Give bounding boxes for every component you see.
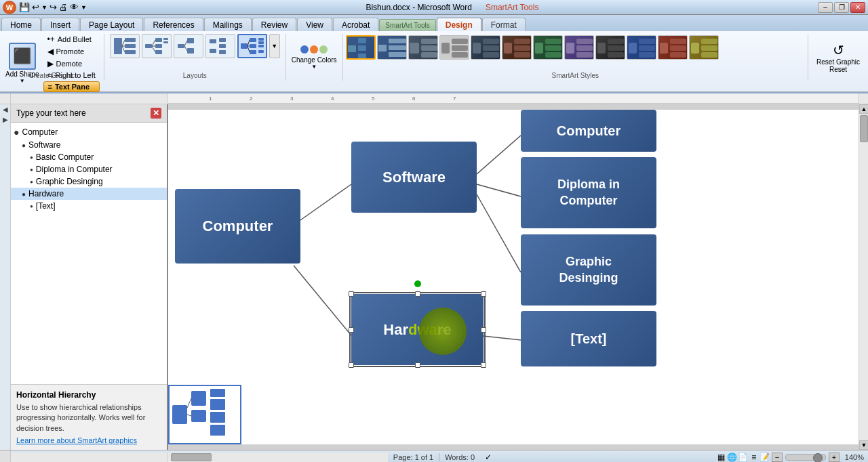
win-controls: – ❐ ✕	[818, 2, 865, 13]
view-web-icon[interactable]: 🌐	[727, 452, 738, 463]
svg-line-19	[184, 41, 187, 46]
svg-rect-32	[258, 45, 264, 47]
close-button[interactable]: ✕	[850, 2, 865, 13]
smartart-style-12[interactable]	[689, 35, 719, 60]
horizontal-scrollbar[interactable]	[11, 453, 168, 462]
smartart-style-6[interactable]	[502, 35, 532, 60]
smartart-style-11[interactable]	[658, 35, 688, 60]
smartart-style-5[interactable]	[471, 35, 500, 60]
vertical-scrollbar[interactable]: ▲ ▼	[859, 104, 868, 450]
smartart-style-10[interactable]	[627, 35, 656, 60]
handle-bm[interactable]	[415, 362, 420, 368]
handle-tm[interactable]	[415, 291, 420, 297]
text-pane-close-button[interactable]: ✕	[151, 108, 161, 119]
tab-home[interactable]: Home	[1, 18, 41, 31]
handle-br[interactable]	[481, 362, 486, 368]
print-preview-icon[interactable]: 👁	[70, 2, 79, 12]
svg-rect-44	[389, 52, 406, 57]
outline-item-software[interactable]: ● Software	[11, 139, 167, 151]
tab-insert[interactable]: Insert	[41, 18, 79, 31]
layout-option-3[interactable]	[174, 34, 203, 58]
diagram-box-computer[interactable]: Computer	[175, 189, 300, 264]
change-colors-button[interactable]: Change Colors ▼	[286, 34, 343, 81]
tab-page-layout[interactable]: Page Layout	[80, 18, 143, 31]
outline-item-basic-computer[interactable]: ● Basic Computer	[11, 151, 167, 163]
vtool-2[interactable]: ▶	[3, 116, 8, 123]
handle-tr[interactable]	[481, 291, 486, 297]
restore-button[interactable]: ❐	[834, 2, 849, 13]
tab-format[interactable]: Format	[482, 18, 526, 31]
window-title: Bishun.docx - Microsoft Word SmartArt To…	[87, 3, 818, 12]
view-normal-icon[interactable]: ▦	[716, 452, 727, 463]
zoom-out-button[interactable]: −	[772, 453, 783, 462]
diagram-box-computer-top[interactable]: Computer	[521, 110, 656, 152]
outline-list: ● Computer ● Software ● Basic Computer ●…	[11, 123, 167, 385]
undo-icon[interactable]: ↩	[32, 2, 39, 12]
print-icon[interactable]: 🖨	[59, 2, 68, 12]
diagram-box-diploma[interactable]: Diploma inComputer	[521, 157, 656, 228]
horizontal-scrollbar-canvas[interactable]	[168, 453, 388, 462]
undo-dropdown[interactable]: ▼	[41, 4, 47, 11]
outline-item-diploma[interactable]: ● Diploma in Computer	[11, 163, 167, 175]
qa-dropdown[interactable]: ▼	[81, 4, 87, 11]
svg-rect-52	[452, 52, 468, 58]
layout-option-4[interactable]	[205, 34, 235, 58]
zoom-level[interactable]: 140%	[841, 453, 868, 461]
tab-review[interactable]: Review	[252, 18, 296, 31]
layout-option-2[interactable]	[142, 34, 172, 58]
layout-option-1[interactable]	[110, 34, 140, 58]
outline-label-computer: Computer	[22, 127, 58, 137]
smartart-style-3[interactable]	[408, 35, 438, 60]
handle-tl[interactable]	[349, 291, 354, 297]
diagram-box-graphic[interactable]: GraphicDesinging	[521, 234, 656, 306]
outline-item-computer[interactable]: ● Computer	[11, 125, 167, 139]
tab-mailings[interactable]: Mailings	[204, 18, 252, 31]
minimize-button[interactable]: –	[818, 2, 833, 13]
smartart-style-8[interactable]	[564, 35, 594, 60]
svg-rect-81	[691, 43, 699, 54]
smartart-style-1[interactable]	[346, 35, 376, 60]
diagram-box-text[interactable]: [Text]	[521, 311, 656, 366]
text-pane-button[interactable]: ≡ Text Pane	[43, 81, 100, 92]
view-outline-icon[interactable]: ≡	[749, 452, 760, 463]
canvas-area[interactable]: Computer Software Hardware	[168, 104, 859, 450]
save-icon[interactable]: 💾	[19, 2, 30, 12]
handle-rotate[interactable]	[414, 280, 421, 287]
tab-acrobat[interactable]: Acrobat	[333, 18, 378, 31]
svg-rect-64	[545, 52, 561, 58]
tab-view[interactable]: View	[297, 18, 332, 31]
smartart-style-7[interactable]	[533, 35, 563, 60]
outline-item-graphic[interactable]: ● Graphic Desinging	[11, 175, 167, 188]
svg-rect-79	[670, 45, 686, 51]
smartart-style-9[interactable]	[595, 35, 625, 60]
demote-button[interactable]: ▶ Demote	[43, 58, 100, 69]
redo-icon[interactable]: ↪	[50, 2, 57, 12]
diagram-box-software[interactable]: Software	[351, 142, 477, 213]
smartart-style-4[interactable]	[439, 35, 469, 60]
zoom-slider[interactable]	[785, 454, 826, 461]
handle-ml[interactable]	[349, 327, 354, 333]
view-draft-icon[interactable]: 📝	[760, 452, 770, 463]
svg-rect-41	[378, 45, 387, 51]
zoom-in-button[interactable]: +	[829, 453, 840, 462]
svg-rect-18	[187, 48, 194, 54]
spelling-check-icon[interactable]: ✓	[483, 452, 494, 463]
layout-option-5[interactable]	[237, 34, 267, 58]
handle-bl[interactable]	[349, 362, 354, 368]
info-link[interactable]: Learn more about SmartArt graphics	[16, 436, 161, 444]
create-graphic-group: ⬛ Add Shape ▼ •+ Add Bullet ◀ Promote	[0, 34, 104, 81]
svg-rect-16	[178, 44, 184, 48]
view-print-icon[interactable]: 📄	[738, 452, 749, 463]
outline-item-hardware[interactable]: ● Hardware	[11, 188, 167, 200]
reset-graphic-button[interactable]: ↺ Reset Graphic Reset	[814, 41, 863, 75]
tab-references[interactable]: References	[144, 18, 203, 31]
handle-mr[interactable]	[481, 327, 486, 333]
vtool-1[interactable]: ◀	[3, 106, 8, 113]
layouts-more-button[interactable]: ▼	[269, 34, 280, 58]
outline-item-text[interactable]: ● [Text]	[11, 200, 167, 212]
add-bullet-button[interactable]: •+ Add Bullet	[43, 34, 100, 45]
smartart-style-2[interactable]	[377, 35, 407, 60]
promote-button[interactable]: ◀ Promote	[43, 46, 100, 57]
tab-design[interactable]: Design	[437, 18, 481, 31]
office-logo[interactable]: W	[3, 1, 16, 14]
